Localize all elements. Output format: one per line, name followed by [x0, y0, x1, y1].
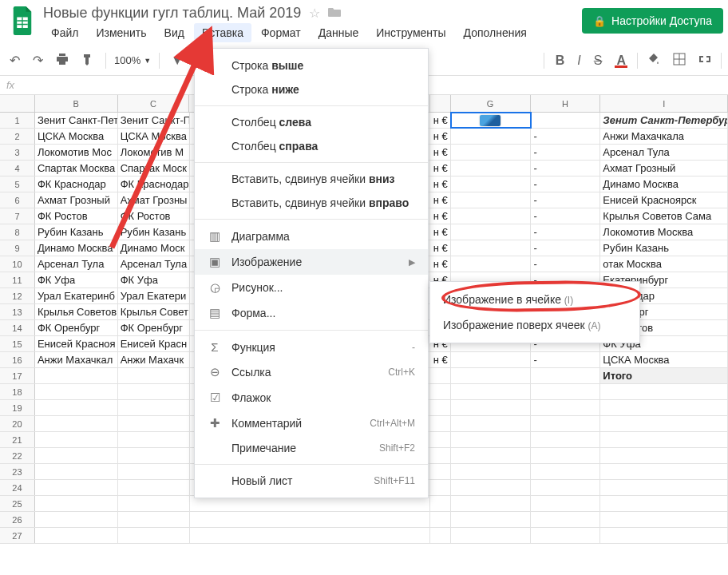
cell[interactable] [430, 448, 451, 463]
text-color-button[interactable]: A [611, 52, 631, 69]
more-icon[interactable]: ▼ [168, 52, 187, 69]
cell[interactable]: н € [430, 240, 451, 256]
cell[interactable]: Локомотив Мос [35, 145, 118, 160]
doc-title[interactable]: Новые функции гугл таблиц. Май 2019 [43, 5, 301, 22]
col-header[interactable]: C [118, 95, 190, 112]
cell[interactable] [118, 384, 190, 399]
menu-insert[interactable]: Вставка [194, 23, 251, 42]
italic-button[interactable]: I [574, 52, 584, 69]
menu-item-link[interactable]: ⊖СсылкаCtrl+K [195, 359, 428, 385]
cell[interactable] [600, 400, 728, 415]
cell[interactable]: ФК Оренбург [118, 320, 190, 335]
cell[interactable] [35, 400, 118, 415]
cell[interactable]: Арсенал Тула [35, 256, 118, 272]
cell[interactable] [531, 448, 601, 463]
cell[interactable]: ФК Краснодар [35, 176, 118, 192]
submenu-image-in-cell[interactable]: Изображение в ячейке (I) [430, 287, 639, 312]
menu-view[interactable]: Вид [156, 23, 192, 42]
cell[interactable] [430, 400, 451, 415]
zoom-select[interactable]: 100% ▼ [114, 54, 151, 66]
row-header[interactable]: 23 [0, 464, 35, 479]
cell[interactable]: Локомотив Москва [600, 224, 728, 240]
row-header[interactable]: 1 [0, 113, 35, 128]
cell[interactable]: Ахмат Грозны [118, 192, 190, 208]
cell[interactable] [531, 368, 601, 383]
cell[interactable]: ФК Оренбург [35, 320, 118, 335]
cell[interactable] [118, 448, 190, 463]
cell[interactable] [118, 512, 190, 527]
cell[interactable]: н € [430, 161, 451, 176]
cell[interactable] [451, 464, 531, 479]
row-header[interactable]: 16 [0, 352, 35, 367]
cell[interactable] [430, 480, 451, 495]
cell[interactable]: Анжи Махачк [118, 352, 190, 367]
row-header[interactable]: 2 [0, 129, 35, 144]
cell[interactable] [35, 416, 118, 431]
menu-item-chart[interactable]: ▥Диаграмма [195, 224, 428, 249]
cell[interactable]: ФК Ростов [118, 208, 190, 224]
menu-item-comment[interactable]: ✚КомментарийCtrl+Alt+M [195, 410, 428, 436]
cell[interactable] [600, 416, 728, 431]
cell[interactable] [600, 496, 728, 511]
cell[interactable] [531, 480, 601, 495]
row-header[interactable]: 27 [0, 528, 35, 543]
row-header[interactable]: 26 [0, 512, 35, 527]
cell[interactable]: Динамо Москва [600, 176, 728, 192]
cell[interactable] [451, 176, 531, 192]
cell[interactable] [35, 464, 118, 479]
cell[interactable]: н € [430, 129, 451, 144]
row-header[interactable]: 5 [0, 176, 35, 192]
cell[interactable] [451, 368, 531, 383]
cell[interactable] [430, 528, 451, 543]
cell[interactable] [35, 448, 118, 463]
cell[interactable]: Рубин Казань [600, 240, 728, 256]
row-header[interactable]: 4 [0, 161, 35, 176]
menu-item-drawing[interactable]: ◶Рисунок... [195, 275, 428, 300]
cell[interactable] [600, 464, 728, 479]
cell[interactable]: Рубин Казань [118, 224, 190, 240]
cell[interactable]: Крылья Советов [35, 304, 118, 319]
cell[interactable]: Зенит Санкт-П [118, 113, 190, 128]
col-header[interactable]: H [531, 95, 601, 112]
submenu-image-over-cells[interactable]: Изображение поверх ячеек (A) [430, 312, 639, 338]
cell[interactable] [118, 464, 190, 479]
cell[interactable]: Урал Екатери [118, 288, 190, 303]
cell[interactable]: - [531, 176, 601, 192]
fill-color-button[interactable] [644, 51, 663, 70]
col-header[interactable]: B [35, 95, 118, 112]
cell[interactable]: Зенит Санкт-Пет [35, 113, 118, 128]
cell[interactable] [451, 192, 531, 208]
cell[interactable]: Спартак Москва [35, 161, 118, 176]
menu-item-checkbox[interactable]: ☑Флажок [195, 385, 428, 410]
cell[interactable] [451, 240, 531, 256]
cell[interactable] [451, 416, 531, 431]
cell[interactable] [35, 528, 118, 543]
cell[interactable]: ФК Краснодар [118, 176, 190, 192]
row-header[interactable]: 19 [0, 400, 35, 415]
row-header[interactable]: 17 [0, 368, 35, 383]
cell[interactable]: н € [430, 256, 451, 272]
cell[interactable]: н € [430, 113, 451, 128]
cell[interactable] [531, 384, 601, 399]
cell[interactable]: - [531, 192, 601, 208]
cell[interactable]: Локомотив М [118, 145, 190, 160]
cell[interactable] [531, 512, 601, 527]
cell[interactable] [451, 384, 531, 399]
cell[interactable] [451, 129, 531, 144]
merge-button[interactable] [695, 51, 714, 70]
cell[interactable]: - [531, 129, 601, 144]
select-all-corner[interactable] [0, 95, 35, 112]
cell[interactable] [118, 480, 190, 495]
cell[interactable] [118, 368, 190, 383]
cell[interactable] [451, 113, 531, 128]
cell[interactable]: ЦСКА Москва [35, 129, 118, 144]
menu-item-form[interactable]: ▤Форма... [195, 300, 428, 326]
cell[interactable] [451, 161, 531, 176]
cell[interactable]: Итого [600, 368, 728, 383]
cell[interactable] [600, 480, 728, 495]
cell[interactable] [451, 448, 531, 463]
menu-format[interactable]: Формат [253, 23, 309, 42]
cell[interactable] [451, 256, 531, 272]
cell[interactable]: н € [430, 208, 451, 224]
cell[interactable] [35, 432, 118, 447]
